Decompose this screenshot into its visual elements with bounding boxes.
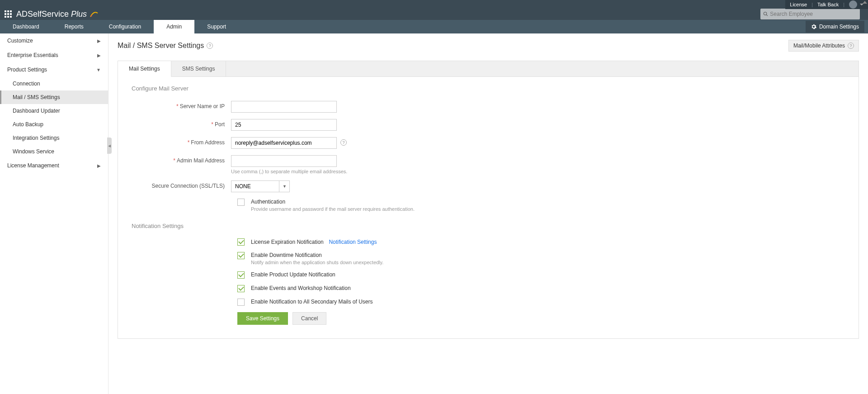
- label-product-update: Enable Product Update Notification: [251, 271, 335, 278]
- label-admin-mail: Admin Mail Address: [177, 157, 225, 164]
- port-input[interactable]: [231, 119, 337, 131]
- from-address-input[interactable]: [231, 137, 337, 149]
- svg-point-1: [764, 12, 766, 15]
- section-notification: Notification Settings: [132, 223, 845, 229]
- nav-support[interactable]: Support: [194, 20, 239, 33]
- topbar-utility: License | Talk Back |: [785, 0, 868, 9]
- tab-sms-settings[interactable]: SMS Settings: [171, 61, 226, 76]
- label-from-address: From Address: [191, 139, 225, 146]
- nav-configuration[interactable]: Configuration: [96, 20, 154, 33]
- authentication-hint: Provide username and password if the mai…: [251, 206, 415, 212]
- label-events-workshop: Enable Events and Workshop Notification: [251, 285, 351, 291]
- sidebar-customize[interactable]: Customize▶: [0, 33, 108, 48]
- apps-grid-icon[interactable]: [5, 10, 12, 18]
- search-box[interactable]: [760, 9, 860, 19]
- help-icon[interactable]: ?: [207, 43, 213, 49]
- help-icon[interactable]: ?: [848, 43, 854, 49]
- divider: |: [811, 2, 813, 7]
- content: Mail / SMS Server Settings ? Mail/Mobile…: [108, 33, 868, 394]
- label-license-expiration: License Expiration Notification: [251, 239, 324, 245]
- mail-attributes-button[interactable]: Mail/Mobile Attributes ?: [788, 40, 859, 52]
- secondary-mails-checkbox[interactable]: [237, 299, 245, 306]
- label-downtime: Enable Downtime Notification: [251, 252, 383, 258]
- user-menu[interactable]: [849, 0, 863, 9]
- tabs-row: Mail Settings SMS Settings: [118, 61, 859, 77]
- sidebar-product-settings[interactable]: Product Settings▼: [0, 62, 108, 77]
- topbar: License | Talk Back | ADSelfService Plus: [0, 0, 868, 20]
- nav-admin[interactable]: Admin: [154, 20, 194, 33]
- secure-connection-select[interactable]: [231, 180, 290, 192]
- sidebar-integration[interactable]: Integration Settings: [0, 131, 108, 145]
- save-button[interactable]: Save Settings: [237, 312, 288, 325]
- sidebar-collapse-toggle[interactable]: ◀: [107, 138, 112, 154]
- domain-settings-button[interactable]: Domain Settings: [806, 21, 864, 33]
- sidebar-auto-backup[interactable]: Auto Backup: [0, 118, 108, 131]
- tab-mail-settings[interactable]: Mail Settings: [118, 61, 171, 77]
- search-icon: [763, 11, 768, 17]
- sidebar-mail-sms[interactable]: Mail / SMS Settings: [0, 90, 108, 104]
- scroll-up-icon[interactable]: [863, 1, 867, 4]
- label-server-name: Server Name or IP: [180, 103, 225, 109]
- product-update-checkbox[interactable]: [237, 271, 245, 279]
- section-configure-mail: Configure Mail Server: [132, 85, 845, 92]
- server-name-input[interactable]: [231, 101, 337, 113]
- chevron-right-icon: ▶: [97, 38, 101, 43]
- sidebar-dashboard-updater[interactable]: Dashboard Updater: [0, 104, 108, 118]
- license-expiration-checkbox[interactable]: [237, 238, 245, 246]
- downtime-hint: Notify admin when the application shuts …: [251, 260, 383, 265]
- app-logo: ADSelfService Plus: [16, 9, 99, 19]
- nav-reports[interactable]: Reports: [52, 20, 96, 33]
- label-port: Port: [215, 121, 225, 128]
- admin-mail-input[interactable]: [231, 155, 337, 167]
- avatar-icon: [849, 0, 857, 9]
- page-title: Mail / SMS Server Settings ?: [118, 42, 213, 50]
- svg-point-0: [91, 15, 92, 17]
- authentication-checkbox[interactable]: [237, 199, 245, 206]
- sidebar-license-mgmt[interactable]: License Management▶: [0, 158, 108, 173]
- divider: |: [843, 2, 844, 7]
- nav-dashboard[interactable]: Dashboard: [0, 20, 52, 33]
- notification-settings-link[interactable]: Notification Settings: [329, 239, 377, 245]
- help-icon[interactable]: ?: [340, 139, 347, 146]
- sidebar: Customize▶ Enterprise Essentials▶ Produc…: [0, 33, 108, 394]
- events-workshop-checkbox[interactable]: [237, 285, 245, 292]
- sidebar-windows-service[interactable]: Windows Service: [0, 145, 108, 158]
- gear-icon: [811, 24, 816, 29]
- chevron-right-icon: ▶: [97, 163, 101, 168]
- admin-mail-hint: Use comma (,) to separate multiple email…: [231, 169, 347, 174]
- label-secure-connection: Secure Connection (SSL/TLS): [152, 183, 225, 189]
- label-authentication: Authentication: [251, 199, 415, 205]
- search-input[interactable]: [768, 11, 857, 17]
- license-link[interactable]: License: [790, 2, 807, 7]
- chevron-down-icon: [860, 4, 863, 5]
- navbar: Dashboard Reports Configuration Admin Su…: [0, 20, 868, 33]
- svg-line-2: [766, 14, 768, 16]
- sidebar-enterprise[interactable]: Enterprise Essentials▶: [0, 48, 108, 62]
- talkback-link[interactable]: Talk Back: [817, 2, 839, 7]
- label-secondary-mails: Enable Notification to All Secondary Mai…: [251, 299, 373, 305]
- logo-swoosh-icon: [90, 9, 99, 19]
- chevron-right-icon: ▶: [97, 53, 101, 58]
- chevron-down-icon: ▼: [96, 67, 101, 72]
- cancel-button[interactable]: Cancel: [292, 312, 326, 325]
- sidebar-connection[interactable]: Connection: [0, 77, 108, 90]
- downtime-checkbox[interactable]: [237, 252, 245, 259]
